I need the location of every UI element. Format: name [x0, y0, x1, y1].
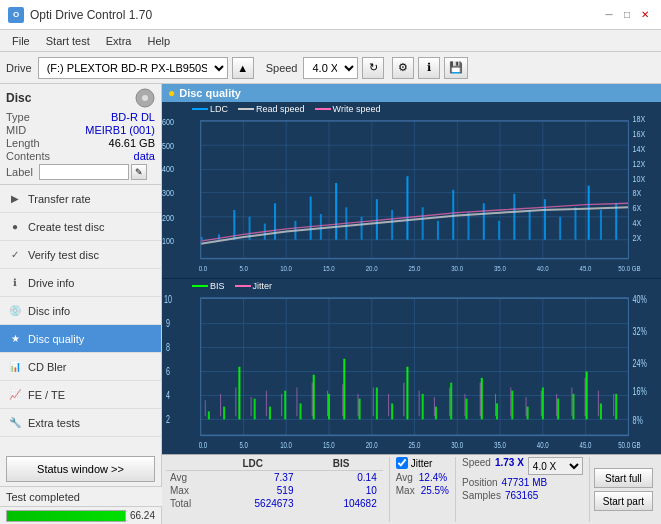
sidebar-item-cd-bler[interactable]: 📊 CD Bler — [0, 353, 161, 381]
stats-avg-ldc: 7.37 — [206, 471, 299, 485]
maximize-button[interactable]: □ — [619, 7, 635, 23]
settings-button[interactable]: ⚙ — [392, 57, 414, 79]
svg-rect-71 — [574, 207, 576, 239]
sidebar-item-fe-te[interactable]: 📈 FE / TE — [0, 381, 161, 409]
svg-rect-166 — [541, 390, 542, 416]
svg-text:2: 2 — [166, 413, 170, 425]
stats-row-total: Total 5624673 104682 — [166, 497, 383, 510]
panel-title-icon: ● — [168, 86, 175, 100]
sidebar-item-extra-tests[interactable]: 🔧 Extra tests — [0, 409, 161, 437]
legend-write-speed: Write speed — [315, 104, 381, 114]
svg-rect-171 — [613, 393, 614, 415]
menu-start-test[interactable]: Start test — [38, 33, 98, 49]
svg-text:40.0: 40.0 — [537, 439, 549, 450]
speed-info-section: Speed 1.73 X 4.0 X Position 47731 MB Sam… — [455, 457, 583, 522]
nav-items: ▶ Transfer rate ● Create test disc ✓ Ver… — [0, 185, 161, 452]
disc-label-row: Label ✎ — [6, 164, 155, 180]
menu-file[interactable]: File — [4, 33, 38, 49]
sidebar-item-verify-test-disc[interactable]: ✓ Verify test disc — [0, 241, 161, 269]
sidebar-item-disc-quality[interactable]: ★ Disc quality — [0, 325, 161, 353]
sidebar-item-create-test-disc[interactable]: ● Create test disc — [0, 213, 161, 241]
svg-rect-76 — [162, 279, 661, 455]
info-button[interactable]: ℹ — [418, 57, 440, 79]
status-window-button[interactable]: Status window >> — [6, 456, 155, 482]
sidebar-progress-value: 66.24 — [130, 510, 155, 521]
menu-help[interactable]: Help — [139, 33, 178, 49]
svg-rect-141 — [586, 371, 588, 419]
svg-rect-163 — [495, 393, 496, 415]
legend-ldc-label: LDC — [210, 104, 228, 114]
stats-max-ldc: 519 — [206, 484, 299, 497]
disc-type-key: Type — [6, 111, 30, 123]
svg-text:10X: 10X — [632, 173, 645, 184]
sidebar-item-create-test-disc-label: Create test disc — [28, 221, 104, 233]
start-full-button[interactable]: Start full — [594, 468, 653, 488]
drive-select[interactable]: (F:) PLEXTOR BD-R PX-LB950SA 1.06 — [38, 57, 228, 79]
svg-rect-167 — [556, 393, 557, 415]
save-button[interactable]: 💾 — [444, 57, 468, 79]
legend-read-speed-label: Read speed — [256, 104, 305, 114]
minimize-button[interactable]: ─ — [601, 7, 617, 23]
svg-text:8X: 8X — [632, 187, 641, 198]
menu-bar: File Start test Extra Help — [0, 30, 661, 52]
stats-avg-bis: 0.14 — [299, 471, 382, 485]
stats-max-bis: 10 — [299, 484, 382, 497]
sidebar-item-drive-info-label: Drive info — [28, 277, 74, 289]
speed-select[interactable]: 4.0 X — [303, 57, 358, 79]
sidebar-item-verify-test-disc-label: Verify test disc — [28, 249, 99, 261]
disc-label-input[interactable] — [39, 164, 129, 180]
svg-point-1 — [142, 95, 148, 101]
jitter-section: Jitter Avg 12.4% Max 25.5% — [389, 457, 449, 522]
disc-length-key: Length — [6, 137, 40, 149]
top-chart-legend: LDC Read speed Write speed — [192, 104, 380, 114]
svg-rect-125 — [343, 358, 345, 419]
jitter-label: Jitter — [411, 458, 433, 469]
toolbar: Drive (F:) PLEXTOR BD-R PX-LB950SA 1.06 … — [0, 52, 661, 84]
top-chart: LDC Read speed Write speed — [162, 102, 661, 279]
svg-rect-61 — [422, 207, 424, 239]
svg-text:24%: 24% — [632, 357, 646, 369]
svg-rect-130 — [422, 393, 424, 419]
legend-ldc: LDC — [192, 104, 228, 114]
position-key: Position — [462, 477, 498, 488]
svg-text:40%: 40% — [632, 293, 646, 305]
sidebar-item-transfer-rate[interactable]: ▶ Transfer rate — [0, 185, 161, 213]
svg-rect-159 — [434, 397, 435, 416]
svg-rect-59 — [391, 210, 393, 240]
svg-rect-133 — [465, 398, 467, 419]
svg-rect-150 — [296, 387, 297, 416]
sidebar-item-disc-info[interactable]: 💿 Disc info — [0, 297, 161, 325]
disc-icon — [135, 88, 155, 108]
app-icon: O — [8, 7, 24, 23]
speed-select-stats[interactable]: 4.0 X — [528, 457, 583, 475]
svg-text:25.0: 25.0 — [408, 264, 420, 273]
sidebar-item-disc-quality-label: Disc quality — [28, 333, 84, 345]
sidebar-item-cd-bler-label: CD Bler — [28, 361, 67, 373]
legend-jitter-color — [235, 285, 251, 287]
sidebar-progress-bar — [6, 510, 126, 522]
extra-tests-icon: 🔧 — [8, 416, 22, 430]
refresh-button[interactable]: ↻ — [362, 57, 384, 79]
svg-rect-120 — [269, 406, 271, 419]
label-edit-button[interactable]: ✎ — [131, 164, 147, 180]
jitter-checkbox[interactable] — [396, 457, 408, 469]
jitter-max-value: 25.5% — [421, 485, 449, 496]
disc-section-label: Disc — [6, 91, 31, 105]
drive-eject-button[interactable]: ▲ — [232, 57, 254, 79]
legend-jitter: Jitter — [235, 281, 273, 291]
svg-rect-131 — [435, 406, 437, 419]
svg-rect-127 — [376, 387, 378, 419]
svg-rect-51 — [274, 203, 276, 239]
menu-extra[interactable]: Extra — [98, 33, 140, 49]
svg-text:6X: 6X — [632, 202, 641, 213]
start-part-button[interactable]: Start part — [594, 491, 653, 511]
svg-text:30.0: 30.0 — [451, 264, 463, 273]
svg-rect-158 — [419, 390, 420, 416]
sidebar-item-drive-info[interactable]: ℹ Drive info — [0, 269, 161, 297]
main-layout: Disc Type BD-R DL MID MEIRB1 (001) Lengt… — [0, 84, 661, 524]
samples-row: Samples 763165 — [462, 490, 583, 501]
close-button[interactable]: ✕ — [637, 7, 653, 23]
svg-text:16X: 16X — [632, 128, 645, 139]
svg-rect-126 — [359, 398, 361, 419]
svg-text:8%: 8% — [632, 414, 642, 426]
